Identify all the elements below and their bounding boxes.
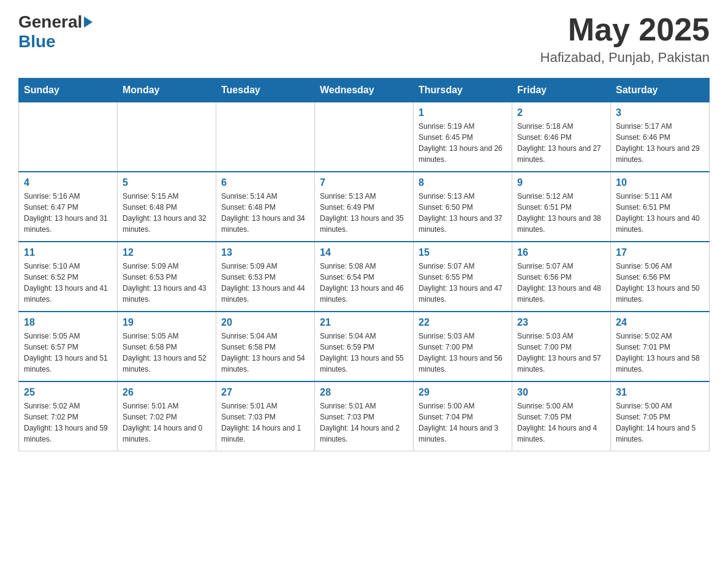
day-number: 15 (419, 247, 507, 258)
calendar-cell: 15Sunrise: 5:07 AM Sunset: 6:55 PM Dayli… (414, 242, 512, 312)
calendar-cell: 22Sunrise: 5:03 AM Sunset: 7:00 PM Dayli… (414, 312, 512, 381)
logo-general-text: General (18, 12, 82, 32)
day-number: 27 (221, 387, 309, 398)
calendar-cell: 6Sunrise: 5:14 AM Sunset: 6:48 PM Daylig… (216, 172, 315, 242)
calendar-cell: 19Sunrise: 5:05 AM Sunset: 6:58 PM Dayli… (118, 312, 216, 381)
calendar-week-row: 1Sunrise: 5:19 AM Sunset: 6:45 PM Daylig… (19, 102, 710, 172)
day-number: 31 (616, 387, 704, 398)
day-info: Sunrise: 5:11 AM Sunset: 6:51 PM Dayligh… (616, 191, 704, 235)
day-info: Sunrise: 5:07 AM Sunset: 6:55 PM Dayligh… (419, 261, 507, 305)
day-number: 24 (616, 317, 704, 328)
day-number: 9 (517, 177, 605, 188)
day-info: Sunrise: 5:05 AM Sunset: 6:57 PM Dayligh… (24, 331, 112, 375)
day-number: 7 (320, 177, 408, 188)
calendar-header-row: SundayMondayTuesdayWednesdayThursdayFrid… (19, 79, 710, 102)
day-info: Sunrise: 5:13 AM Sunset: 6:50 PM Dayligh… (419, 191, 507, 235)
day-number: 28 (320, 387, 408, 398)
calendar-cell: 2Sunrise: 5:18 AM Sunset: 6:46 PM Daylig… (512, 102, 611, 172)
calendar-header-monday: Monday (118, 79, 216, 102)
calendar-cell: 10Sunrise: 5:11 AM Sunset: 6:51 PM Dayli… (611, 172, 710, 242)
day-info: Sunrise: 5:06 AM Sunset: 6:56 PM Dayligh… (616, 261, 704, 305)
title-block: May 2025 Hafizabad, Punjab, Pakistan (540, 12, 710, 66)
day-number: 14 (320, 247, 408, 258)
calendar-week-row: 4Sunrise: 5:16 AM Sunset: 6:47 PM Daylig… (19, 172, 710, 242)
day-info: Sunrise: 5:13 AM Sunset: 6:49 PM Dayligh… (320, 191, 408, 235)
day-number: 1 (419, 107, 507, 118)
calendar-cell: 20Sunrise: 5:04 AM Sunset: 6:58 PM Dayli… (216, 312, 315, 381)
day-number: 13 (221, 247, 309, 258)
day-info: Sunrise: 5:00 AM Sunset: 7:04 PM Dayligh… (419, 400, 507, 445)
calendar-cell: 18Sunrise: 5:05 AM Sunset: 6:57 PM Dayli… (19, 312, 118, 381)
day-number: 6 (221, 177, 309, 188)
calendar-cell: 9Sunrise: 5:12 AM Sunset: 6:51 PM Daylig… (512, 172, 611, 242)
day-info: Sunrise: 5:17 AM Sunset: 6:46 PM Dayligh… (616, 121, 704, 165)
calendar-cell (19, 102, 118, 172)
day-number: 5 (123, 177, 211, 188)
page-header: General Blue May 2025 Hafizabad, Punjab,… (18, 12, 710, 66)
calendar-table: SundayMondayTuesdayWednesdayThursdayFrid… (18, 78, 710, 451)
day-info: Sunrise: 5:04 AM Sunset: 6:58 PM Dayligh… (221, 331, 309, 375)
day-info: Sunrise: 5:09 AM Sunset: 6:53 PM Dayligh… (221, 261, 309, 305)
day-number: 11 (24, 247, 112, 258)
calendar-cell (216, 102, 315, 172)
day-number: 23 (517, 317, 605, 328)
day-number: 17 (616, 247, 704, 258)
day-info: Sunrise: 5:07 AM Sunset: 6:56 PM Dayligh… (517, 261, 605, 305)
calendar-header-tuesday: Tuesday (216, 79, 315, 102)
calendar-cell: 5Sunrise: 5:15 AM Sunset: 6:48 PM Daylig… (118, 172, 216, 242)
day-info: Sunrise: 5:01 AM Sunset: 7:02 PM Dayligh… (123, 400, 211, 445)
day-number: 18 (24, 317, 112, 328)
day-number: 3 (616, 107, 704, 118)
calendar-cell: 30Sunrise: 5:00 AM Sunset: 7:05 PM Dayli… (512, 381, 611, 451)
day-number: 19 (123, 317, 211, 328)
day-info: Sunrise: 5:05 AM Sunset: 6:58 PM Dayligh… (123, 331, 211, 375)
calendar-cell: 4Sunrise: 5:16 AM Sunset: 6:47 PM Daylig… (19, 172, 118, 242)
calendar-header-wednesday: Wednesday (315, 79, 414, 102)
calendar-header-sunday: Sunday (19, 79, 118, 102)
calendar-cell: 29Sunrise: 5:00 AM Sunset: 7:04 PM Dayli… (414, 381, 512, 451)
logo-triangle-icon (84, 17, 93, 28)
calendar-cell: 8Sunrise: 5:13 AM Sunset: 6:50 PM Daylig… (414, 172, 512, 242)
calendar-cell: 27Sunrise: 5:01 AM Sunset: 7:03 PM Dayli… (216, 381, 315, 451)
calendar-cell (118, 102, 216, 172)
day-number: 16 (517, 247, 605, 258)
calendar-cell: 26Sunrise: 5:01 AM Sunset: 7:02 PM Dayli… (118, 381, 216, 451)
day-info: Sunrise: 5:18 AM Sunset: 6:46 PM Dayligh… (517, 121, 605, 165)
day-number: 21 (320, 317, 408, 328)
month-title: May 2025 (540, 12, 710, 47)
location-title: Hafizabad, Punjab, Pakistan (540, 50, 710, 66)
calendar-cell (315, 102, 414, 172)
day-info: Sunrise: 5:14 AM Sunset: 6:48 PM Dayligh… (221, 191, 309, 235)
day-info: Sunrise: 5:16 AM Sunset: 6:47 PM Dayligh… (24, 191, 112, 235)
day-number: 20 (221, 317, 309, 328)
day-info: Sunrise: 5:00 AM Sunset: 7:05 PM Dayligh… (616, 400, 704, 445)
day-number: 12 (123, 247, 211, 258)
calendar-cell: 12Sunrise: 5:09 AM Sunset: 6:53 PM Dayli… (118, 242, 216, 312)
day-number: 25 (24, 387, 112, 398)
calendar-cell: 24Sunrise: 5:02 AM Sunset: 7:01 PM Dayli… (611, 312, 710, 381)
calendar-cell: 1Sunrise: 5:19 AM Sunset: 6:45 PM Daylig… (414, 102, 512, 172)
calendar-cell: 13Sunrise: 5:09 AM Sunset: 6:53 PM Dayli… (216, 242, 315, 312)
calendar-cell: 21Sunrise: 5:04 AM Sunset: 6:59 PM Dayli… (315, 312, 414, 381)
calendar-cell: 11Sunrise: 5:10 AM Sunset: 6:52 PM Dayli… (19, 242, 118, 312)
day-number: 10 (616, 177, 704, 188)
calendar-cell: 7Sunrise: 5:13 AM Sunset: 6:49 PM Daylig… (315, 172, 414, 242)
day-number: 8 (419, 177, 507, 188)
day-info: Sunrise: 5:15 AM Sunset: 6:48 PM Dayligh… (123, 191, 211, 235)
day-info: Sunrise: 5:04 AM Sunset: 6:59 PM Dayligh… (320, 331, 408, 375)
day-info: Sunrise: 5:00 AM Sunset: 7:05 PM Dayligh… (517, 400, 605, 445)
calendar-cell: 23Sunrise: 5:03 AM Sunset: 7:00 PM Dayli… (512, 312, 611, 381)
day-info: Sunrise: 5:19 AM Sunset: 6:45 PM Dayligh… (419, 121, 507, 165)
day-info: Sunrise: 5:09 AM Sunset: 6:53 PM Dayligh… (123, 261, 211, 305)
day-number: 2 (517, 107, 605, 118)
calendar-week-row: 25Sunrise: 5:02 AM Sunset: 7:02 PM Dayli… (19, 381, 710, 451)
day-number: 26 (123, 387, 211, 398)
day-info: Sunrise: 5:01 AM Sunset: 7:03 PM Dayligh… (320, 400, 408, 445)
calendar-header-thursday: Thursday (414, 79, 512, 102)
day-info: Sunrise: 5:03 AM Sunset: 7:00 PM Dayligh… (517, 331, 605, 375)
day-number: 22 (419, 317, 507, 328)
day-info: Sunrise: 5:02 AM Sunset: 7:02 PM Dayligh… (24, 400, 112, 445)
calendar-header-saturday: Saturday (611, 79, 710, 102)
calendar-cell: 3Sunrise: 5:17 AM Sunset: 6:46 PM Daylig… (611, 102, 710, 172)
calendar-week-row: 18Sunrise: 5:05 AM Sunset: 6:57 PM Dayli… (19, 312, 710, 381)
